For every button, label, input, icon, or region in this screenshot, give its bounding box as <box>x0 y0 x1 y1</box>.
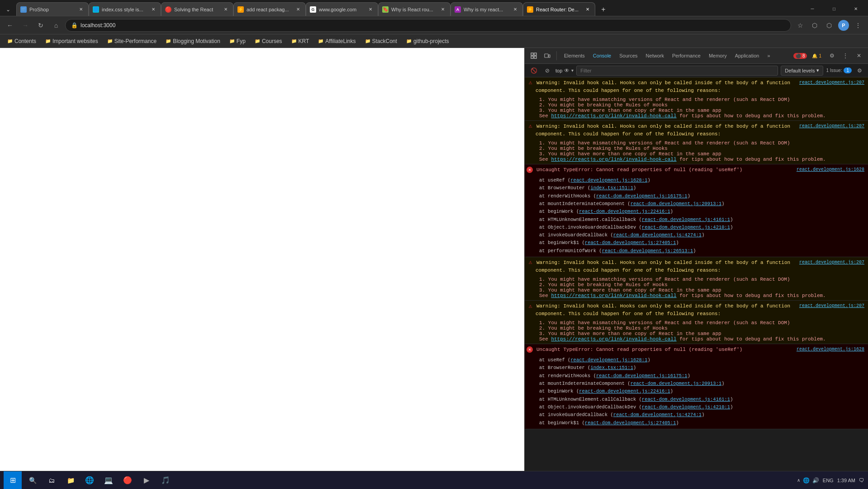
warning-link-2[interactable]: https://reactjs.org/link/invalid-hook-ca… <box>551 157 676 162</box>
network-icon[interactable]: 🌐 <box>803 477 810 484</box>
tab-whyreact[interactable]: A Why is my react... ✕ <box>451 2 523 16</box>
tab-reactrouter[interactable]: ⚡ React Router: De... ✕ <box>523 2 595 16</box>
stack-link-1-9[interactable]: react-dom.development.js:27405:1 <box>585 240 676 245</box>
devtools-inspect-button[interactable] <box>528 50 539 61</box>
dt-tab-performance[interactable]: Performance <box>669 50 704 61</box>
dt-tab-sources[interactable]: Sources <box>616 50 641 61</box>
tab-close-addreact[interactable]: ✕ <box>294 6 302 13</box>
stack-link-2-7[interactable]: react-dom.development.js:4210:1 <box>642 404 730 410</box>
stack-link-2-1[interactable]: react.development.js:1628:1 <box>570 357 647 363</box>
devtools-device-button[interactable] <box>542 50 553 61</box>
address-bar[interactable]: 🔒 localhost:3000 <box>65 19 791 32</box>
tab-close-solving[interactable]: ✕ <box>222 6 229 13</box>
console-content[interactable]: ⚠ react.development.js:207 Warning: Inva… <box>525 77 868 471</box>
taskbar-chrome-button[interactable]: 🌐 <box>81 471 99 489</box>
stack-link-1-8[interactable]: react-dom.development.js:4274:1 <box>613 232 702 238</box>
issues-count-badge[interactable]: 1 <box>844 67 852 73</box>
tab-close-whyroute[interactable]: ✕ <box>439 6 446 13</box>
home-button[interactable]: ⌂ <box>50 19 62 32</box>
dt-tab-network[interactable]: Network <box>642 50 668 61</box>
stack-link-1-7[interactable]: react-dom.development.js:4210:1 <box>642 225 730 230</box>
taskbar-opera-button[interactable]: 🔴 <box>119 471 137 489</box>
console-context-selector[interactable]: top 👁 ▾ <box>555 67 574 74</box>
bookmark-krt[interactable]: 📁 KRT <box>288 37 313 45</box>
stack-link-2-8[interactable]: react-dom.development.js:4274:1 <box>613 412 702 417</box>
tab-close-google[interactable]: ✕ <box>367 6 374 13</box>
taskbar-media-button[interactable]: 🎵 <box>157 471 175 489</box>
stack-link-2-4[interactable]: react-dom.development.js:20913:1 <box>631 381 722 386</box>
dt-tab-console[interactable]: Console <box>589 50 615 61</box>
stack-link-2-9[interactable]: react-dom.development.js:27405:1 <box>585 420 676 426</box>
warning-source-3[interactable]: react.development.js:207 <box>799 259 864 266</box>
tab-addreact[interactable]: ⚡ add react packag... ✕ <box>233 2 306 16</box>
tab-indexcss[interactable]: 🌀 index.css style is... ✕ <box>89 2 161 16</box>
warning-link-3[interactable]: https://reactjs.org/link/invalid-hook-ca… <box>551 293 676 298</box>
tab-close-indexcss[interactable]: ✕ <box>150 6 157 13</box>
bookmark-github-projects[interactable]: 📁 github-projects <box>403 37 453 45</box>
bookmark-star-button[interactable]: ☆ <box>794 19 806 32</box>
notification-button[interactable]: 🗨 <box>859 477 864 484</box>
screenshot-button[interactable]: ⬡ <box>808 19 821 32</box>
back-button[interactable]: ← <box>4 19 16 32</box>
stack-link-1-2[interactable]: index.tsx:151:1 <box>590 185 633 191</box>
volume-icon[interactable]: 🔊 <box>812 477 819 484</box>
stack-link-1-6[interactable]: react-dom.development.js:4161:1 <box>642 217 730 222</box>
bookmark-courses[interactable]: 📁 Courses <box>251 37 286 45</box>
bookmark-stackcont[interactable]: 📁 StackCont <box>361 37 401 45</box>
taskbar-search-button[interactable]: 🔍 <box>24 471 42 489</box>
stack-link-2-5[interactable]: react-dom.development.js:22416:1 <box>579 388 670 394</box>
taskbar-terminal-button[interactable]: ▶ <box>138 471 156 489</box>
stack-link-2-2[interactable]: index.tsx:151:1 <box>590 365 633 370</box>
devtools-close-button[interactable]: ✕ <box>854 50 864 61</box>
minimize-button[interactable]: ─ <box>802 1 823 16</box>
error-source-1[interactable]: react.development.js:1628 <box>797 166 864 173</box>
tab-close-proshop[interactable]: ✕ <box>77 6 85 13</box>
dt-tab-more[interactable]: » <box>764 50 773 61</box>
stack-link-1-3[interactable]: react-dom.development.js:16175:1 <box>596 193 688 199</box>
profile-button[interactable]: P <box>837 19 850 32</box>
close-button[interactable]: ✕ <box>845 1 866 16</box>
forward-button[interactable]: → <box>19 19 32 32</box>
tab-close-reactrouter[interactable]: ✕ <box>584 6 591 13</box>
dt-tab-memory[interactable]: Memory <box>705 50 730 61</box>
tab-list-button[interactable]: ⌄ <box>2 3 14 16</box>
bookmark-fyp[interactable]: 📁 Fyp <box>226 37 249 45</box>
maximize-button[interactable]: □ <box>824 1 844 16</box>
extensions-button[interactable]: ⬡ <box>823 19 835 32</box>
devtools-settings-button[interactable]: ⚙ <box>826 50 837 61</box>
stack-link-2-3[interactable]: react-dom.development.js:16175:1 <box>596 373 688 379</box>
clock[interactable]: 1:39 AM <box>837 478 855 483</box>
dt-tab-elements[interactable]: Elements <box>560 50 588 61</box>
console-clear-button[interactable]: 🚫 <box>528 65 539 76</box>
taskbar-files-button[interactable]: 📁 <box>62 471 80 489</box>
start-button[interactable]: ⊞ <box>4 471 22 489</box>
taskbar-taskview-button[interactable]: 🗂 <box>43 471 61 489</box>
tab-proshop[interactable]: 🛒 ProShop ✕ <box>16 2 89 16</box>
language-indicator[interactable]: ENG <box>823 478 834 483</box>
stack-link-1-10[interactable]: react-dom.development.js:26513:1 <box>602 248 693 254</box>
tab-close-whyreact[interactable]: ✕ <box>512 6 519 13</box>
console-settings-button[interactable]: ⚙ <box>854 66 864 76</box>
console-filter-button[interactable]: ⊘ <box>542 65 553 76</box>
bookmark-contents[interactable]: 📁 Contents <box>4 37 40 45</box>
error-source-2[interactable]: react.development.js:1628 <box>797 346 864 353</box>
console-levels-dropdown[interactable]: Default levels ▾ <box>781 66 823 76</box>
menu-button[interactable]: ⋮ <box>852 19 864 32</box>
taskbar-vscode-button[interactable]: 💻 <box>100 471 118 489</box>
console-filter-input[interactable] <box>576 66 778 76</box>
tab-solving[interactable]: 🔴 Solving the React ✕ <box>161 2 233 16</box>
bookmark-affiliatelinks[interactable]: 📁 AffiliateLinks <box>314 37 359 45</box>
tray-chevron-icon[interactable]: ∧ <box>797 478 800 483</box>
bookmark-blogging-motivation[interactable]: 📁 Blogging Motivation <box>162 37 224 45</box>
refresh-button[interactable]: ↻ <box>34 19 47 32</box>
tab-google[interactable]: G www.google.com ✕ <box>306 2 378 16</box>
warning-source-4[interactable]: react.development.js:207 <box>799 302 864 309</box>
new-tab-button[interactable]: + <box>597 3 610 16</box>
warning-source-1[interactable]: react.development.js:207 <box>799 79 864 86</box>
warning-source-2[interactable]: react.development.js:207 <box>799 123 864 129</box>
dt-tab-application[interactable]: Application <box>731 50 763 61</box>
stack-link-1-5[interactable]: react-dom.development.js:22416:1 <box>579 209 670 214</box>
stack-link-2-6[interactable]: react-dom.development.js:4161:1 <box>642 397 730 402</box>
warning-link-1[interactable]: https://reactjs.org/link/invalid-hook-ca… <box>551 113 676 119</box>
stack-link-1-4[interactable]: react-dom.development.js:20913:1 <box>631 201 722 206</box>
